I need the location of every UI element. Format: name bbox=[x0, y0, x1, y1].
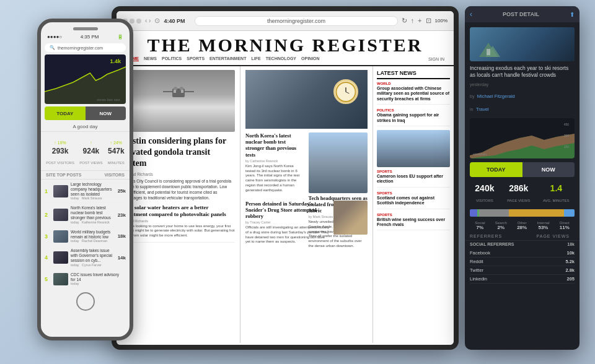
news-headline-2: Obama gaining support for air strikes in… bbox=[377, 113, 450, 123]
list-item[interactable]: 4 Assembly takes issue with Governor's s… bbox=[43, 246, 127, 269]
nav-sports[interactable]: SPORTS bbox=[187, 56, 205, 61]
linkedin-label: Linkedin bbox=[470, 276, 487, 282]
phone-posts-list: 1 Large technology company headquarters … bbox=[41, 180, 130, 288]
left-column: Austin considering plans for elevated go… bbox=[117, 66, 240, 343]
center-byline-3: by Tracey Carter bbox=[245, 220, 330, 224]
list-item[interactable]: 5 CDC issues travel advisory for 14 toda… bbox=[43, 270, 127, 289]
post-meta: today Katherine Resnick bbox=[71, 220, 115, 224]
newspaper-content: THE MORNING REGISTER HOME NEWS POLITICS … bbox=[117, 31, 454, 345]
post-detail-author-row: by Michael Fitzgerald bbox=[470, 89, 575, 100]
dot2 bbox=[130, 19, 134, 24]
phone-url-bar[interactable]: 🔍 themorningregister.com bbox=[45, 43, 126, 52]
other-pct: 28% bbox=[517, 225, 527, 230]
plus-icon[interactable]: + bbox=[418, 17, 421, 25]
phone-stat-views: ↑ 924k POST VIEWS bbox=[79, 136, 102, 167]
dot3 bbox=[136, 19, 141, 24]
analytics-pageviews-count: 286k bbox=[507, 183, 530, 193]
center-body-1: Kim Jong-il says North Korea tested its … bbox=[245, 164, 305, 193]
list-item[interactable]: 2 North Korea's latest nuclear bomb test… bbox=[43, 203, 127, 227]
phone-site-header: SITE TOP POSTS VISITORS bbox=[41, 170, 130, 180]
news-item-3: SPORTS Cameron loses EU support after el… bbox=[377, 170, 450, 188]
news-headline-5: British wine seeing success over French … bbox=[377, 217, 450, 228]
social-referrers-total: 18k bbox=[567, 242, 575, 246]
analytics-section-title: POST DETAIL bbox=[503, 11, 539, 17]
svg-rect-5 bbox=[174, 90, 176, 93]
post-meta: today Cyrus Farver bbox=[71, 263, 115, 267]
news-item-2: POLITICS Obama gaining support for air s… bbox=[377, 108, 450, 126]
analytics-today-button[interactable]: TODAY bbox=[470, 162, 522, 177]
now-button[interactable]: NOW bbox=[86, 106, 126, 120]
external-link-icon[interactable]: ⬆ bbox=[570, 11, 575, 18]
news-headline-4: Scotland comes out against Scottish inde… bbox=[377, 196, 450, 206]
back-button[interactable]: ‹ bbox=[470, 10, 472, 19]
social-referrers-section: SOCIAL REFERRERS 18k Facebook 10k Reddit… bbox=[465, 240, 580, 285]
post-info: Assembly takes issue with Governor's spe… bbox=[71, 248, 115, 266]
tablet-url-bar[interactable]: themorningregister.com bbox=[195, 16, 397, 26]
phone-stat-minutes: ↑ 24% 547k MINUTES bbox=[108, 136, 125, 167]
traffic-label-search: Search 2% bbox=[495, 221, 507, 230]
svg-text:150: 150 bbox=[564, 145, 570, 149]
analytics-chart: 450 300 150 views/min. bbox=[470, 118, 575, 158]
search-icon: 🔍 bbox=[50, 45, 55, 50]
analytics-stat-visitors: 240k VISITORS bbox=[475, 183, 494, 204]
social-referrers-label: SOCIAL REFERRERS bbox=[470, 242, 514, 246]
nav-links: HOME NEWS POLITICS SPORTS ENTERTAINMENT … bbox=[126, 56, 320, 61]
post-meta: today Rachel Dearman bbox=[71, 239, 115, 243]
phone-speaker bbox=[73, 27, 98, 30]
right-column: Latest News WORLD Group associated with … bbox=[373, 66, 454, 343]
today-button[interactable]: TODAY bbox=[45, 106, 86, 120]
nav-news[interactable]: NEWS bbox=[144, 56, 157, 61]
social-row-facebook: Facebook 10k bbox=[470, 249, 575, 258]
news-item-1: WORLD Group associated with Chinese mili… bbox=[377, 82, 450, 105]
traffic-label-social: Social 7% bbox=[475, 221, 485, 230]
post-title: CDC issues travel advisory for 14 bbox=[71, 272, 123, 282]
visitors-col-label: VISITORS bbox=[104, 173, 125, 177]
twitter-label: Twitter bbox=[470, 267, 483, 273]
phone-url: themorningregister.com bbox=[58, 46, 103, 50]
direct-pct: 11% bbox=[560, 225, 570, 230]
share-icon[interactable]: ↑ bbox=[411, 17, 415, 25]
page-views-col-label: PAGE VIEWS bbox=[537, 234, 570, 238]
phone-home-button[interactable] bbox=[76, 292, 95, 311]
post-number: 1 bbox=[45, 188, 51, 194]
twitter-value: 2.8k bbox=[565, 267, 575, 273]
traffic-label-internal: Internal 53% bbox=[537, 221, 549, 230]
tablet-time: 4:40 PM bbox=[164, 18, 185, 24]
newspaper-header: THE MORNING REGISTER HOME NEWS POLITICS … bbox=[117, 31, 454, 66]
list-item[interactable]: 3 World military budgets remain at histo… bbox=[43, 227, 127, 246]
gondola-image bbox=[121, 70, 235, 132]
nav-entertainment[interactable]: ENTERTAINMENT bbox=[209, 56, 246, 61]
analytics-big-stats: 240k VISITORS 286k PAGE VIEWS 1.4 AVG. M… bbox=[465, 181, 580, 207]
nav-opinion[interactable]: OPINION bbox=[301, 56, 320, 61]
nav-life[interactable]: LIFE bbox=[251, 56, 260, 61]
tablet-browser-bar: ‹ › ⊙ 4:40 PM themorningregister.com ↻ ↑… bbox=[117, 11, 454, 31]
visitors-count: 293k bbox=[46, 147, 74, 155]
reddit-label: Reddit bbox=[470, 259, 483, 264]
traffic-label-direct: Direct 11% bbox=[560, 221, 570, 230]
back-forward-arrows[interactable]: ‹ › bbox=[145, 17, 151, 24]
post-detail-category-row: in Travel bbox=[470, 102, 575, 113]
analytics-today-now-bar: TODAY NOW bbox=[470, 162, 575, 177]
center-byline-1: by Catherine Resnick bbox=[245, 159, 305, 163]
post-thumbnail bbox=[53, 251, 68, 264]
nav-technology[interactable]: TECHNOLOGY bbox=[266, 56, 296, 61]
refresh-icon[interactable]: ↻ bbox=[402, 17, 407, 25]
post-number: 4 bbox=[45, 254, 51, 261]
sub-articles: Why solar water heaters are a better inv… bbox=[121, 204, 235, 243]
phone-device: ●●●●○ 4:35 PM 🔋 🔍 themorningregister.com… bbox=[37, 19, 133, 340]
phone-chart: 1.4k views last stat. bbox=[45, 54, 126, 104]
nav-politics[interactable]: POLITICS bbox=[162, 56, 182, 61]
sign-in-link[interactable]: SIGN IN bbox=[428, 57, 444, 61]
views-label: POST VIEWS bbox=[79, 161, 102, 165]
sub-headline: Why solar water heaters are a better inv… bbox=[121, 204, 235, 218]
tabs-icon[interactable]: ⊡ bbox=[426, 17, 431, 25]
analytics-now-button[interactable]: NOW bbox=[522, 162, 575, 177]
author-prefix: by bbox=[470, 94, 474, 98]
post-number: 2 bbox=[45, 212, 51, 218]
list-item[interactable]: 1 Large technology company headquarters … bbox=[43, 180, 127, 203]
post-category: Travel bbox=[476, 106, 489, 112]
post-info: North Korea's latest nuclear bomb test s… bbox=[71, 206, 115, 223]
main-headline: Austin considering plans for elevated go… bbox=[121, 136, 235, 170]
center-body-3: Officials are still investigating an att… bbox=[245, 225, 330, 245]
visitors-arrow: ↑ 18% bbox=[54, 141, 66, 145]
